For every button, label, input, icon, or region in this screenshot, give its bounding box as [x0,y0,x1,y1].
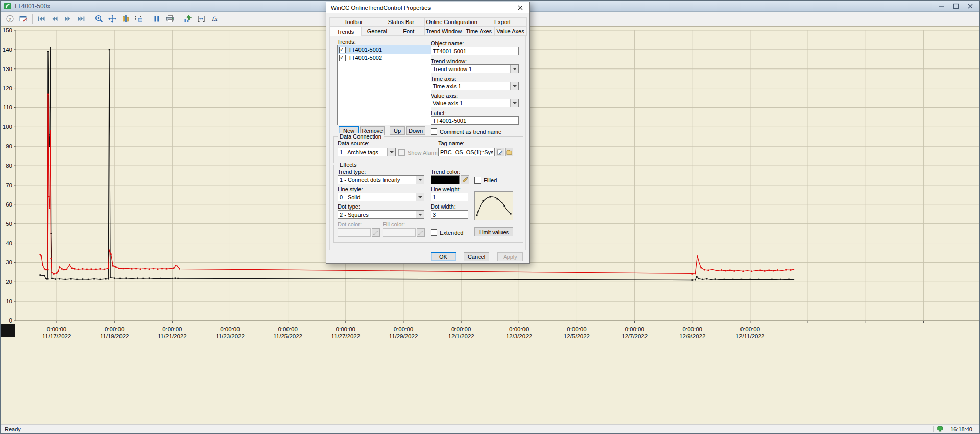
trend-color-swatch[interactable] [431,175,460,184]
trend-list-item[interactable]: TT4001-5001 [338,45,431,54]
zoom-in-icon[interactable] [92,12,106,26]
trend-label-input[interactable] [431,116,519,125]
tag-name-input[interactable] [438,148,495,156]
chevron-down-icon[interactable] [387,148,395,156]
tab-trends[interactable]: Trends [329,27,362,36]
trend-type-select[interactable]: 1 - Connect dots linearly [338,175,424,184]
line-style-label: Line style: [338,186,363,192]
svg-text:12/11/2022: 12/11/2022 [736,333,765,339]
svg-text:0:00:00: 0:00:00 [509,326,529,332]
dialog-titlebar[interactable]: WinCC OnlineTrendControl Properties [326,2,529,13]
print-icon[interactable] [163,12,177,26]
tab-toolbar[interactable]: Toolbar [329,17,377,27]
window-title: TT4001-500x [14,3,50,10]
svg-text:11/29/2022: 11/29/2022 [389,333,418,339]
tab-status-bar[interactable]: Status Bar [377,17,425,27]
color-picker-icon[interactable] [461,175,469,184]
trend-preview [474,191,513,220]
filled-checkbox[interactable] [474,177,481,184]
trend-list-item[interactable]: TT4001-5002 [338,54,431,62]
tab-font[interactable]: Font [393,27,425,36]
trend-name: TT4001-5002 [348,55,382,61]
svg-text:0:00:00: 0:00:00 [451,326,471,332]
dot-color-label: Dot color: [338,221,362,227]
dot-width-input[interactable] [431,210,468,219]
window-controls [935,1,977,11]
comment-as-trend-name-row[interactable]: Comment as trend name [431,128,501,135]
original-view-icon[interactable] [119,12,132,26]
tab-trend-window[interactable]: Trend Window [424,27,464,36]
trends-list[interactable]: TT4001-5001TT4001-5002 [337,45,431,125]
chevron-down-icon[interactable] [510,65,518,73]
chevron-down-icon[interactable] [416,193,424,201]
time-axis-indicator[interactable] [1,324,15,337]
tab-time-axes[interactable]: Time Axes [463,27,495,36]
fill-color-label: Fill color: [383,221,405,227]
chevron-down-icon[interactable] [510,99,518,107]
comment-as-trend-name-checkbox[interactable] [431,128,437,135]
line-style-select[interactable]: 0 - Solid [338,193,424,201]
dialog-tab-row-2: TrendsGeneralFontTrend WindowTime AxesVa… [329,27,526,36]
svg-text:12/9/2022: 12/9/2022 [679,333,705,339]
tab-general[interactable]: General [361,27,393,36]
trend-visible-checkbox[interactable] [339,55,346,61]
svg-text:60: 60 [6,201,12,208]
configuration-dialog-icon[interactable] [17,12,30,26]
svg-text:12/3/2022: 12/3/2022 [506,333,532,339]
trend-visible-checkbox[interactable] [339,47,346,53]
first-data-record-icon[interactable] [35,12,48,26]
dot-color-picker-icon [372,228,380,237]
limit-values-button[interactable]: Limit values [474,227,513,236]
tab-export[interactable]: Export [479,17,527,27]
help-icon[interactable]: ? [4,12,17,26]
dot-type-select[interactable]: 2 - Squares [338,210,424,219]
extended-checkbox[interactable] [431,229,437,236]
tab-value-axes[interactable]: Value Axes [494,27,527,36]
move-trend-area-icon[interactable] [106,12,119,26]
trend-name: TT4001-5001 [348,47,382,53]
dot-color-input [338,228,371,237]
move-up-button[interactable]: Up [390,126,405,135]
ok-button[interactable]: OK [431,252,456,261]
connection-status-icon [937,425,944,433]
data-source-select[interactable]: 1 - Archive tags [338,148,396,156]
status-bar: Ready 16:18:40 [1,424,979,433]
dialog-close-button[interactable] [512,2,529,13]
cancel-button[interactable]: Cancel [464,252,489,261]
object-name-input[interactable] [431,47,519,55]
svg-text:0:00:00: 0:00:00 [567,326,586,332]
zoom-area-icon[interactable] [132,12,146,26]
statistics-icon[interactable]: fx [208,12,221,26]
last-data-record-icon[interactable] [75,12,88,26]
move-down-button[interactable]: Down [406,126,425,135]
effects-group-title: Effects [338,162,358,168]
line-weight-input[interactable] [431,193,468,201]
value-axis-select[interactable]: Value axis 1 [431,99,519,107]
archive-selection-icon[interactable] [505,148,513,156]
chevron-down-icon[interactable] [510,82,518,90]
svg-text:130: 130 [3,66,12,72]
maximize-button[interactable] [949,1,963,11]
select-time-range-icon[interactable] [195,12,208,26]
time-axis-select[interactable]: Time axis 1 [431,82,519,90]
chevron-down-icon[interactable] [416,211,424,218]
filled-row[interactable]: Filled [474,177,497,184]
svg-text:150: 150 [3,27,12,33]
chevron-down-icon[interactable] [416,176,424,184]
svg-text:11/17/2022: 11/17/2022 [42,333,71,339]
close-button[interactable] [963,1,977,11]
data-source-label: Data source: [338,140,369,146]
svg-text:110: 110 [3,104,12,110]
tab-online-configuration[interactable]: Online Configuration [424,17,479,27]
next-data-record-icon[interactable] [61,12,75,26]
dot-type-label: Dot type: [338,203,360,210]
minimize-button[interactable] [935,1,949,11]
extended-row[interactable]: Extended [431,229,463,236]
tag-selection-icon[interactable] [496,148,504,156]
pause-icon[interactable] [150,12,163,26]
fill-color-picker-icon [417,228,425,237]
export-data-icon[interactable] [181,12,195,26]
svg-text:12/1/2022: 12/1/2022 [448,333,474,339]
previous-data-record-icon[interactable] [48,12,61,26]
trend-window-select[interactable]: Trend window 1 [431,64,519,73]
